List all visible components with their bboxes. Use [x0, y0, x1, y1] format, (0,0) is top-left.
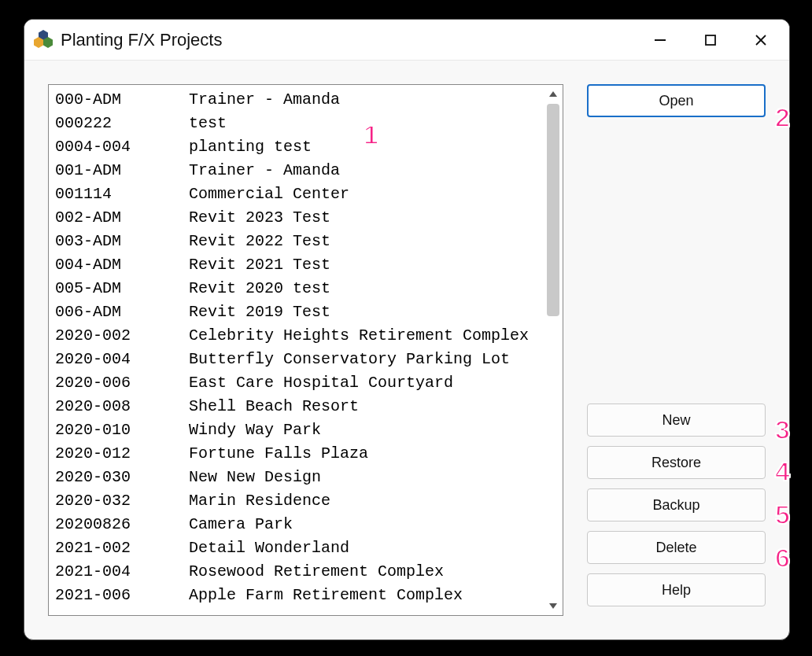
dialog-body: 000-ADMTrainer - Amanda000222test0004-00… [24, 61, 789, 639]
project-code: 004-ADM [55, 253, 189, 277]
project-code: 2020-010 [55, 418, 189, 442]
project-row[interactable]: 2021-006Apple Farm Retirement Complex [55, 584, 537, 607]
project-code: 2020-012 [55, 442, 189, 466]
project-row[interactable]: 002-ADMRevit 2023 Test [55, 206, 537, 230]
project-code: 2020-032 [55, 489, 189, 513]
minimize-button[interactable] [635, 20, 685, 61]
scroll-thumb[interactable] [547, 104, 559, 316]
project-code: 20200826 [55, 513, 189, 536]
titlebar: Planting F/X Projects [24, 20, 789, 61]
svg-rect-4 [706, 35, 715, 45]
project-name: New New Design [189, 466, 537, 489]
project-code: 006-ADM [55, 300, 189, 324]
project-code: 2020-030 [55, 466, 189, 489]
scroll-down-button[interactable] [544, 596, 563, 615]
scroll-up-button[interactable] [544, 85, 563, 104]
project-row[interactable]: 000-ADMTrainer - Amanda [55, 88, 537, 112]
app-icon [32, 29, 54, 51]
window-title: Planting F/X Projects [61, 30, 635, 50]
project-row[interactable]: 2020-012Fortune Falls Plaza [55, 442, 537, 466]
project-name: Revit 2019 Test [189, 300, 537, 324]
project-row[interactable]: 000222test [55, 112, 537, 135]
project-list-inner: 000-ADMTrainer - Amanda000222test0004-00… [49, 85, 544, 615]
project-name: Apple Farm Retirement Complex [189, 584, 537, 607]
project-code: 003-ADM [55, 230, 189, 253]
project-row[interactable]: 2020-008Shell Beach Resort [55, 395, 537, 418]
project-name: Commercial Center [189, 182, 537, 206]
project-name: Revit 2023 Test [189, 206, 537, 230]
project-name: Windy Way Park [189, 418, 537, 442]
project-code: 2021-002 [55, 536, 189, 560]
project-code: 000-ADM [55, 88, 189, 112]
projects-dialog: Planting F/X Projects 000-ADMTrainer - A… [24, 19, 790, 640]
project-row[interactable]: 2020-004Butterfly Conservatory Parking L… [55, 348, 537, 371]
project-code: 2020-002 [55, 324, 189, 348]
project-code: 2021-004 [55, 560, 189, 584]
project-name: Revit 2020 test [189, 277, 537, 300]
project-name: planting test [189, 135, 537, 159]
project-row[interactable]: 2020-032Marin Residence [55, 489, 537, 513]
project-row[interactable]: 0004-004planting test [55, 135, 537, 159]
svg-marker-8 [549, 603, 557, 609]
project-row[interactable]: 20200826Camera Park [55, 513, 537, 536]
project-name: Trainer - Amanda [189, 88, 537, 112]
project-row[interactable]: 2020-030New New Design [55, 466, 537, 489]
button-column: Open New Restore Backup Delete Help [587, 84, 766, 616]
project-code: 002-ADM [55, 206, 189, 230]
restore-button[interactable]: Restore [587, 446, 766, 479]
project-name: Revit 2021 Test [189, 253, 537, 277]
project-row[interactable]: 2021-004Rosewood Retirement Complex [55, 560, 537, 584]
project-name: Shell Beach Resort [189, 395, 537, 418]
project-name: Detail Wonderland [189, 536, 537, 560]
project-code: 2021-006 [55, 584, 189, 607]
svg-marker-7 [549, 91, 557, 97]
scrollbar[interactable] [544, 85, 563, 615]
project-name: Celebrity Heights Retirement Complex [189, 324, 537, 348]
project-code: 2020-006 [55, 371, 189, 395]
project-row[interactable]: 004-ADMRevit 2021 Test [55, 253, 537, 277]
project-row[interactable]: 001114Commercial Center [55, 182, 537, 206]
project-row[interactable]: 2020-002Celebrity Heights Retirement Com… [55, 324, 537, 348]
project-row[interactable]: 2021-002Detail Wonderland [55, 536, 537, 560]
project-row[interactable]: 005-ADMRevit 2020 test [55, 277, 537, 300]
project-name: Fortune Falls Plaza [189, 442, 537, 466]
project-row[interactable]: 003-ADMRevit 2022 Test [55, 230, 537, 253]
project-listbox[interactable]: 000-ADMTrainer - Amanda000222test0004-00… [48, 84, 563, 616]
open-button[interactable]: Open [587, 84, 766, 117]
project-name: East Care Hospital Courtyard [189, 371, 537, 395]
project-code: 000222 [55, 112, 189, 135]
project-code: 001-ADM [55, 159, 189, 182]
project-name: Camera Park [189, 513, 537, 536]
project-name: Trainer - Amanda [189, 159, 537, 182]
project-code: 2020-008 [55, 395, 189, 418]
maximize-button[interactable] [685, 20, 736, 61]
project-row[interactable]: 2020-010Windy Way Park [55, 418, 537, 442]
delete-button[interactable]: Delete [587, 531, 766, 564]
scroll-track[interactable] [544, 104, 563, 596]
project-code: 2020-004 [55, 348, 189, 371]
backup-button[interactable]: Backup [587, 488, 766, 521]
project-name: test [189, 112, 537, 135]
project-name: Rosewood Retirement Complex [189, 560, 537, 584]
project-row[interactable]: 2020-006East Care Hospital Courtyard [55, 371, 537, 395]
project-row[interactable]: 001-ADMTrainer - Amanda [55, 159, 537, 182]
project-code: 001114 [55, 182, 189, 206]
project-name: Marin Residence [189, 489, 537, 513]
project-code: 0004-004 [55, 135, 189, 159]
help-button[interactable]: Help [587, 573, 766, 606]
project-row[interactable]: 006-ADMRevit 2019 Test [55, 300, 537, 324]
project-code: 005-ADM [55, 277, 189, 300]
project-name: Butterfly Conservatory Parking Lot [189, 348, 537, 371]
new-button[interactable]: New [587, 404, 766, 437]
close-button[interactable] [736, 20, 786, 61]
project-name: Revit 2022 Test [189, 230, 537, 253]
